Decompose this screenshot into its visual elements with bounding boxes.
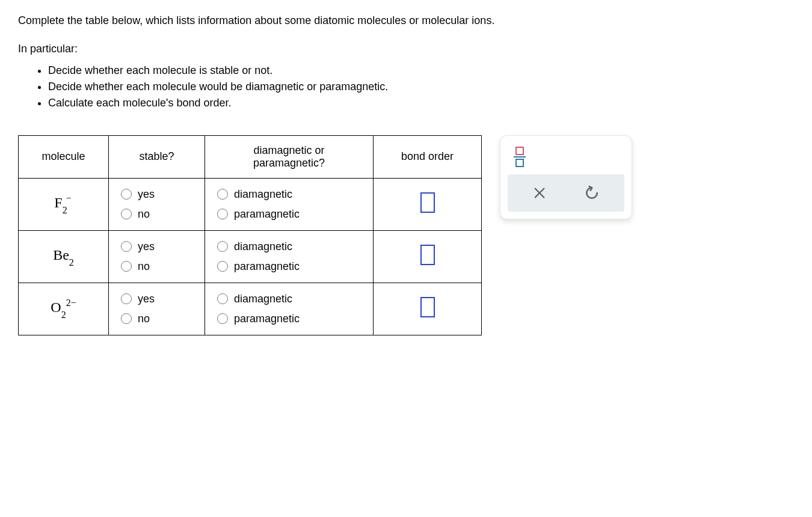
molecule-o2-2minus: O22− bbox=[51, 300, 76, 317]
radio-stable-yes-1[interactable] bbox=[121, 241, 132, 252]
molecule-be2: Be2 bbox=[53, 248, 74, 265]
answer-table: molecule stable? diamagnetic or paramagn… bbox=[18, 135, 482, 335]
stable-cell: yes no bbox=[109, 230, 205, 283]
toolbox-panel bbox=[500, 135, 632, 219]
reset-icon[interactable] bbox=[584, 185, 600, 201]
header-row: molecule stable? diamagnetic or paramagn… bbox=[19, 135, 482, 178]
table-row: O22− yes no diamagnetic bbox=[19, 283, 482, 335]
fraction-tool-icon[interactable] bbox=[514, 147, 526, 167]
table-row: F2− yes no diamagnetic bbox=[19, 178, 482, 230]
molecule-cell: F2− bbox=[19, 178, 109, 230]
toolbox-bottom-row bbox=[508, 174, 624, 212]
bullet-3: Calculate each molecule's bond order. bbox=[48, 95, 794, 111]
radio-stable-yes-0[interactable] bbox=[121, 189, 132, 200]
label-diamagnetic: diamagnetic bbox=[234, 240, 292, 253]
instructions-block: Complete the table below, which lists in… bbox=[18, 12, 794, 111]
label-yes: yes bbox=[138, 240, 155, 253]
header-molecule: molecule bbox=[19, 135, 109, 178]
radio-paramagnetic-0[interactable] bbox=[217, 209, 228, 219]
label-paramagnetic: paramagnetic bbox=[234, 260, 300, 273]
label-no: no bbox=[138, 313, 150, 325]
label-diamagnetic: diamagnetic bbox=[234, 293, 292, 305]
label-no: no bbox=[138, 260, 150, 273]
magnetism-cell: diamagnetic paramagnetic bbox=[205, 230, 374, 283]
radio-diamagnetic-2[interactable] bbox=[217, 293, 228, 304]
bullet-list: Decide whether each molecule is stable o… bbox=[18, 63, 794, 111]
label-paramagnetic: paramagnetic bbox=[234, 313, 300, 325]
header-bondorder: bond order bbox=[374, 135, 482, 178]
bondorder-input-0[interactable] bbox=[420, 192, 435, 213]
molecule-f2minus: F2− bbox=[54, 195, 72, 213]
close-icon[interactable] bbox=[533, 186, 546, 200]
bondorder-cell bbox=[374, 178, 482, 230]
bondorder-input-2[interactable] bbox=[420, 297, 435, 317]
radio-stable-yes-2[interactable] bbox=[121, 293, 132, 304]
header-magnetism: diamagnetic or paramagnetic? bbox=[205, 135, 374, 178]
magnetism-cell: diamagnetic paramagnetic bbox=[205, 283, 374, 335]
bondorder-cell bbox=[374, 230, 482, 283]
label-paramagnetic: paramagnetic bbox=[234, 208, 300, 221]
bondorder-cell bbox=[374, 283, 482, 335]
label-yes: yes bbox=[138, 188, 155, 201]
label-diamagnetic: diamagnetic bbox=[234, 188, 292, 201]
bullet-1: Decide whether each molecule is stable o… bbox=[48, 63, 794, 79]
intro-text: Complete the table below, which lists in… bbox=[18, 12, 794, 29]
magnetism-cell: diamagnetic paramagnetic bbox=[205, 178, 374, 230]
toolbox-top-row bbox=[508, 143, 624, 174]
stable-cell: yes no bbox=[109, 283, 205, 335]
radio-stable-no-2[interactable] bbox=[121, 313, 132, 324]
bondorder-input-1[interactable] bbox=[420, 245, 435, 265]
molecule-cell: O22− bbox=[19, 283, 109, 335]
label-yes: yes bbox=[138, 293, 155, 305]
radio-paramagnetic-2[interactable] bbox=[217, 313, 228, 324]
header-stable: stable? bbox=[109, 135, 205, 178]
bullet-2: Decide whether each molecule would be di… bbox=[48, 79, 794, 95]
table-row: Be2 yes no diamagnetic bbox=[19, 230, 482, 283]
radio-paramagnetic-1[interactable] bbox=[217, 261, 228, 272]
radio-diamagnetic-1[interactable] bbox=[217, 241, 228, 252]
radio-diamagnetic-0[interactable] bbox=[217, 189, 228, 200]
radio-stable-no-0[interactable] bbox=[121, 209, 132, 219]
lead-text: In particular: bbox=[18, 40, 794, 58]
label-no: no bbox=[138, 208, 150, 221]
stable-cell: yes no bbox=[109, 178, 205, 230]
radio-stable-no-1[interactable] bbox=[121, 261, 132, 272]
molecule-cell: Be2 bbox=[19, 230, 109, 283]
